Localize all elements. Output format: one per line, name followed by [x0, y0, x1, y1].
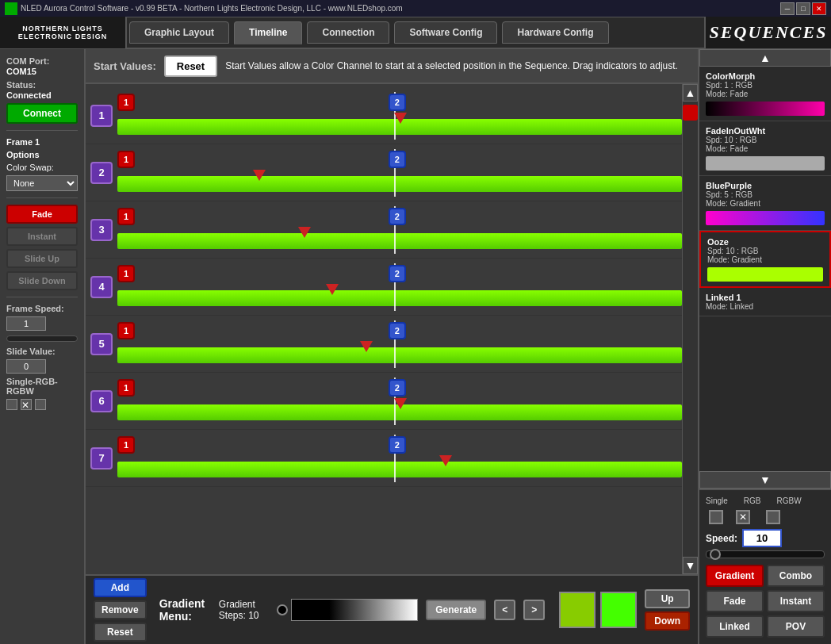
indicator-start-red[interactable]: 1 — [117, 208, 135, 225]
speed-slider[interactable] — [706, 550, 825, 558]
reset-small-button[interactable]: Reset — [94, 623, 147, 642]
single-checkbox[interactable] — [6, 399, 17, 410]
indicator-start-blue[interactable]: 2 — [389, 208, 406, 225]
track-number-badge: 5 — [90, 333, 113, 355]
gradient-preview-start — [277, 604, 288, 615]
frame-speed-slider[interactable] — [6, 335, 78, 342]
single-rgb-checkbox-2[interactable]: ✕ — [736, 510, 750, 524]
indicator-start-blue[interactable]: 2 — [389, 379, 406, 397]
color-swatch-2[interactable] — [600, 592, 637, 628]
sequence-item-name: FadeInOutWht — [706, 126, 825, 136]
indicator-start-blue[interactable]: 2 — [389, 265, 406, 282]
speed-slider-knob[interactable] — [710, 549, 721, 560]
indicator-start-blue[interactable]: 2 — [389, 151, 406, 168]
track-number-badge: 7 — [90, 447, 113, 470]
com-port-value: COM15 — [6, 67, 78, 76]
maximize-button[interactable]: □ — [796, 2, 810, 15]
color-swatches — [559, 592, 637, 628]
options-label: Options — [6, 150, 78, 159]
tab-hardware-config[interactable]: Hardware Config — [502, 21, 608, 44]
track-number-badge: 3 — [90, 219, 113, 241]
connect-button[interactable]: Connect — [6, 103, 78, 124]
indicator-start-red[interactable]: 1 — [117, 151, 135, 168]
linked-btn[interactable]: Linked — [706, 615, 764, 638]
tab-software-config[interactable]: Software Config — [394, 21, 497, 44]
color-swap-select[interactable]: None — [6, 175, 78, 191]
close-button[interactable]: ✕ — [812, 2, 826, 15]
logo-line2: Electronic Design — [18, 33, 108, 40]
track-bar — [117, 347, 682, 363]
fade-btn[interactable]: Fade — [706, 590, 764, 612]
indicator-start-red[interactable]: 1 — [117, 379, 135, 397]
scrollbar-thumb[interactable] — [683, 105, 698, 121]
next-arrow-button[interactable]: > — [523, 600, 545, 620]
indicator-start-red[interactable]: 1 — [117, 322, 135, 339]
frame-speed-input[interactable] — [6, 316, 46, 331]
right-scroll-area: ColorMorphSpd: 1 : RGBMode: FadeFadeInOu… — [699, 67, 831, 471]
timeline-scroll[interactable]: 112212312412512612712 — [86, 84, 682, 574]
tab-timeline[interactable]: Timeline — [234, 21, 302, 44]
scrollbar-track — [683, 102, 698, 557]
pov-btn[interactable]: POV — [767, 615, 825, 638]
position-arrow[interactable] — [394, 398, 407, 409]
rgbw-checkbox[interactable] — [35, 399, 46, 410]
position-arrow[interactable] — [298, 227, 311, 238]
single-rgb-checkbox-1[interactable] — [709, 510, 723, 524]
sequence-item[interactable]: ColorMorphSpd: 1 : RGBMode: Fade — [699, 67, 831, 121]
indicator-start-blue[interactable]: 2 — [389, 94, 406, 111]
minimize-button[interactable]: ─ — [780, 2, 795, 15]
sequence-item-detail2: Mode: Fade — [706, 144, 825, 153]
down-button[interactable]: Down — [645, 611, 690, 631]
instant-mode-button[interactable]: Instant — [6, 227, 78, 246]
indicator-start-blue[interactable]: 2 — [389, 322, 406, 339]
track-row: 212 — [86, 144, 682, 201]
right-scroll-down[interactable]: ▼ — [699, 471, 831, 489]
gradient-preview — [291, 599, 418, 621]
rgb-checkboxes: ✕ — [6, 399, 78, 410]
instant-btn[interactable]: Instant — [767, 590, 825, 612]
sequence-item[interactable]: OozeSpd: 10 : RGBMode: Gradient — [699, 231, 831, 288]
sequence-item[interactable]: FadeInOutWhtSpd: 10 : RGBMode: Fade — [699, 121, 831, 176]
slide-up-button[interactable]: Slide Up — [6, 249, 78, 268]
titlebar-icon — [5, 2, 17, 15]
remove-button[interactable]: Remove — [94, 600, 147, 619]
gradient-btn[interactable]: Gradient — [706, 565, 764, 587]
add-button[interactable]: Add — [94, 578, 147, 597]
position-arrow[interactable] — [360, 341, 373, 352]
track-row: 312 — [86, 201, 682, 259]
gradient-menu: Add Remove Reset Gradient Menu: Gradient… — [86, 574, 698, 644]
tab-connection[interactable]: Connection — [307, 21, 389, 44]
timeline-scroll-down[interactable]: ▼ — [683, 557, 698, 574]
sequence-item[interactable]: Linked 1Mode: Linked — [699, 288, 831, 316]
rgb-checkbox[interactable]: ✕ — [21, 399, 32, 410]
main-content: COM Port: COM15 Status: Connected Connec… — [0, 49, 831, 644]
combo-btn[interactable]: Combo — [767, 565, 825, 587]
tab-graphic-layout[interactable]: Graphic Layout — [129, 21, 229, 44]
right-scroll-up[interactable]: ▲ — [699, 49, 831, 67]
sequence-item[interactable]: BluePurpleSpd: 5 : RGBMode: Gradient — [699, 176, 831, 231]
generate-button[interactable]: Generate — [426, 600, 486, 620]
sequence-item-detail2: Mode: Gradient — [707, 255, 823, 264]
sequences-logo: Sequences — [704, 17, 831, 48]
color-swatch-1[interactable] — [559, 592, 595, 628]
position-arrow[interactable] — [253, 170, 266, 181]
slide-down-button[interactable]: Slide Down — [6, 271, 78, 290]
sequence-item-detail1: Spd: 5 : RGB — [706, 190, 825, 199]
indicator-start-red[interactable]: 1 — [117, 265, 135, 282]
position-arrow[interactable] — [326, 284, 339, 295]
timeline-scroll-up[interactable]: ▲ — [683, 84, 698, 102]
speed-input-right[interactable] — [742, 529, 782, 547]
indicator-start-red[interactable]: 1 — [117, 94, 135, 111]
fade-mode-button[interactable]: Fade — [6, 205, 78, 224]
indicator-start-red[interactable]: 1 — [117, 436, 135, 454]
position-arrow[interactable] — [439, 455, 452, 466]
position-arrow[interactable] — [394, 113, 407, 124]
up-button[interactable]: Up — [645, 589, 690, 608]
single-rgb-checkbox-3[interactable] — [766, 510, 780, 524]
reset-button[interactable]: Reset — [164, 56, 217, 77]
prev-arrow-button[interactable]: < — [494, 600, 515, 620]
indicator-start-blue[interactable]: 2 — [389, 436, 406, 454]
sidebar-divider-2 — [6, 197, 78, 198]
slide-value-input[interactable] — [6, 359, 46, 374]
track-bar — [117, 290, 682, 306]
